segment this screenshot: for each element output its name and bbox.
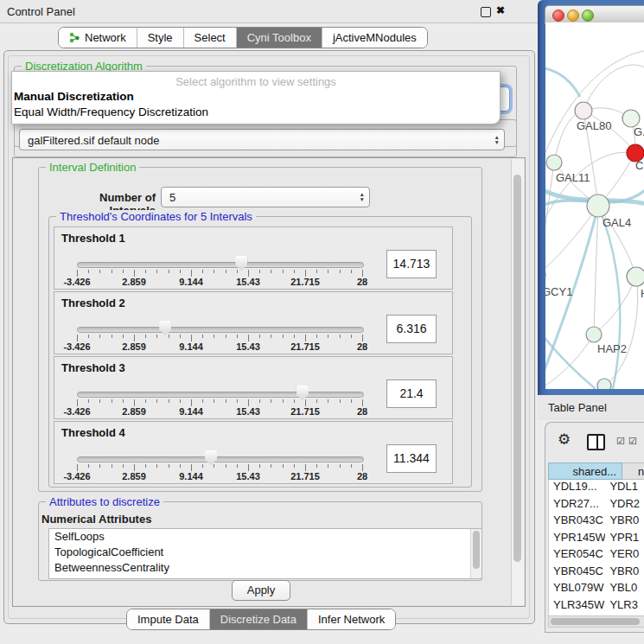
close-panel-icon[interactable]: ✖ [496, 4, 505, 16]
tab-discretize-data[interactable]: Discretize Data [210, 609, 308, 629]
gear-icon[interactable]: ⚙ [558, 432, 571, 447]
network-edge[interactable] [594, 277, 636, 335]
attribute-item[interactable]: TopologicalCoefficient [49, 545, 481, 560]
slider-thumb[interactable] [159, 321, 171, 335]
scale-label: 28 [357, 277, 367, 287]
table-row[interactable]: YBL079WYBL0 [549, 581, 644, 598]
checkbox-icon[interactable]: ☑ [616, 437, 625, 446]
scale-label: 15.43 [236, 277, 260, 287]
slider-track[interactable] [77, 262, 364, 268]
threshold-4-panel: Threshold 4 -3.4262.8599.14415.4321.7152… [54, 421, 453, 484]
slider-thumb[interactable] [235, 256, 247, 271]
network-edge[interactable] [583, 65, 644, 111]
threshold-3-panel: Threshold 3 -3.4262.8599.14415.4321.7152… [54, 356, 453, 419]
network-node-label: H [641, 287, 644, 300]
network-icon [69, 32, 80, 43]
threshold-1-panel: Threshold 1 -3.4262.8599.14415.4321.7152… [54, 226, 453, 290]
threshold-2-slider[interactable]: -3.4262.8599.14415.4321.71528 [77, 292, 362, 354]
network-graph[interactable]: GAL80G.CGAL11GAL4GCY1HHAP2 [545, 22, 644, 389]
table-rows[interactable]: YDL19...YDL1YDR27...YDR2YBR043CYBR0YPR14… [548, 480, 644, 615]
slider-track[interactable] [77, 392, 364, 398]
checkbox-icon[interactable]: ☑ [628, 437, 637, 446]
table-horizontal-scrollbar[interactable] [548, 615, 644, 628]
slider-track[interactable] [77, 456, 364, 462]
numerical-attributes-label: Numerical Attributes [41, 513, 151, 526]
apply-button[interactable]: Apply [232, 580, 290, 601]
threshold-2-panel: Threshold 2 -3.4262.8599.14415.4321.7152… [54, 291, 453, 354]
tab-network[interactable]: Network [59, 28, 137, 48]
numerical-attributes-list[interactable]: SelfLoopsTopologicalCoefficientBetweenne… [48, 528, 482, 579]
float-window-icon[interactable] [481, 7, 491, 17]
tab-cyni-toolbox[interactable]: Cyni Toolbox [237, 28, 322, 48]
slider-scale-labels: -3.4262.8599.14415.4321.71528 [77, 277, 362, 287]
network-window-titlebar[interactable] [545, 5, 644, 24]
column-layout-icon[interactable] [587, 434, 605, 450]
number-of-intervals-select[interactable]: 5 ▲▼ [161, 187, 370, 207]
scale-label: 2.859 [122, 471, 146, 481]
algorithm-placeholder: Select algorithm to view settings [12, 75, 500, 88]
control-panel-titlebar: Control Panel ✖ [0, 0, 538, 23]
scale-label: 2.859 [122, 406, 146, 417]
table-row[interactable]: YBR045CYBR0 [549, 564, 644, 582]
network-edge[interactable] [545, 163, 554, 275]
threshold-4-slider[interactable]: -3.4262.8599.14415.4321.71528 [77, 422, 362, 483]
scale-label: 15.43 [236, 471, 260, 481]
threshold-1-slider[interactable]: -3.4262.8599.14415.4321.71528 [77, 227, 362, 289]
table-row[interactable]: YER054CYER0 [549, 547, 644, 564]
number-of-intervals-value: 5 [169, 191, 175, 204]
attribute-item[interactable]: BetweennessCentrality [49, 560, 481, 576]
thresholds-group-label: Threshold's Coordinates for 5 Intervals [56, 210, 256, 223]
slider-thumb[interactable] [205, 450, 217, 465]
scale-label: 28 [357, 406, 367, 417]
table-data-select[interactable]: galFiltered.sif default node ▲▼ [19, 129, 505, 150]
table-panel-title: Table Panel [548, 401, 607, 414]
popup-option-equal-width-frequency[interactable]: Equal Width/Frequency Discretization [14, 105, 208, 118]
network-node-g[interactable] [622, 110, 640, 127]
tab-style[interactable]: Style [137, 28, 184, 48]
threshold-3-value[interactable]: 21.4 [386, 379, 437, 408]
tab-impute-data[interactable]: Impute Data [127, 609, 210, 629]
network-node[interactable] [597, 379, 611, 389]
column-header-name[interactable]: na [622, 462, 644, 480]
table-row[interactable]: YDR27...YDR2 [549, 497, 644, 514]
network-node-label: GAL80 [577, 119, 611, 132]
scale-label: -3.426 [63, 341, 90, 352]
table-row[interactable]: YPR145WYPR1 [549, 531, 644, 548]
network-node-gal11[interactable] [546, 155, 562, 170]
threshold-1-value[interactable]: 14.713 [386, 250, 437, 278]
network-node-gal80[interactable] [575, 102, 592, 119]
network-canvas[interactable]: GAL80G.CGAL11GAL4GCY1HHAP2 [545, 22, 644, 389]
control-panel-title: Control Panel [7, 5, 75, 18]
network-node-gal4[interactable] [587, 194, 609, 217]
slider-thumb[interactable] [296, 386, 309, 400]
attribute-item[interactable]: SelfLoops [49, 529, 481, 545]
threshold-2-value[interactable]: 6.316 [386, 315, 437, 343]
scale-label: 21.715 [290, 341, 320, 352]
table-row[interactable]: YLR345WYLR3 [549, 598, 644, 615]
scale-label: 2.859 [122, 277, 146, 287]
threshold-4-value[interactable]: 11.344 [386, 444, 437, 473]
tab-select[interactable]: Select [184, 28, 237, 48]
scale-label: 21.715 [290, 277, 320, 287]
table-row[interactable]: YBR043CYBR0 [549, 513, 644, 531]
popup-option-manual-discretization[interactable]: Manual Discretization [14, 90, 134, 103]
network-node-hap2[interactable] [586, 327, 602, 342]
threshold-3-slider[interactable]: -3.4262.8599.14415.4321.71528 [77, 357, 362, 418]
close-window-icon[interactable] [552, 10, 564, 22]
table-panel-window: ⚙ ☑ ☑ shared... na YDL19...YDL1YDR27...Y… [545, 422, 644, 633]
settings-scrollbar[interactable] [511, 159, 524, 605]
network-node-label: G. [634, 125, 644, 138]
tab-jactivemnodules[interactable]: jActiveMNodules [322, 28, 427, 48]
combo-arrows-icon: ▲▼ [494, 135, 500, 145]
minimize-window-icon[interactable] [567, 10, 579, 22]
zoom-window-icon[interactable] [582, 10, 594, 22]
network-edge-highlight[interactable] [545, 67, 580, 97]
attributes-scrollbar[interactable] [470, 529, 481, 578]
column-header-shared-name[interactable]: shared... [548, 462, 622, 480]
algorithm-dropdown-popup: Select algorithm to view settings Manual… [11, 71, 501, 124]
slider-track[interactable] [77, 327, 364, 333]
network-edge-highlight[interactable] [598, 206, 620, 389]
network-node-h[interactable] [627, 267, 644, 286]
table-row[interactable]: YDL19...YDL1 [549, 480, 644, 497]
tab-infer-network[interactable]: Infer Network [308, 609, 395, 629]
